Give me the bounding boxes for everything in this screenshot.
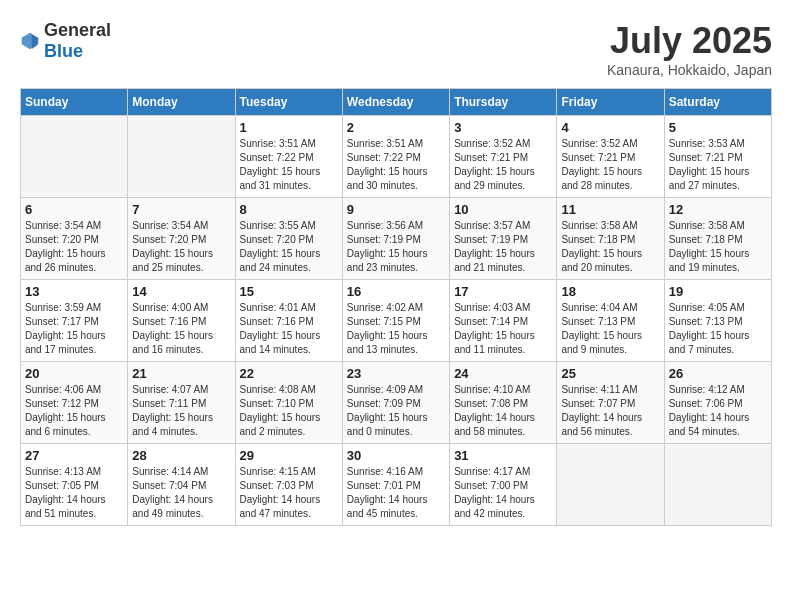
calendar-cell: 20Sunrise: 4:06 AMSunset: 7:12 PMDayligh… [21,362,128,444]
logo-text: General Blue [44,20,111,62]
page-header: General Blue July 2025 Kanaura, Hokkaido… [20,20,772,78]
calendar-cell: 8Sunrise: 3:55 AMSunset: 7:20 PMDaylight… [235,198,342,280]
day-number: 10 [454,202,552,217]
title-area: July 2025 Kanaura, Hokkaido, Japan [607,20,772,78]
day-number: 24 [454,366,552,381]
day-info: Sunrise: 4:00 AMSunset: 7:16 PMDaylight:… [132,301,230,357]
calendar-cell: 27Sunrise: 4:13 AMSunset: 7:05 PMDayligh… [21,444,128,526]
calendar-cell: 31Sunrise: 4:17 AMSunset: 7:00 PMDayligh… [450,444,557,526]
calendar-cell: 10Sunrise: 3:57 AMSunset: 7:19 PMDayligh… [450,198,557,280]
day-info: Sunrise: 4:13 AMSunset: 7:05 PMDaylight:… [25,465,123,521]
day-number: 1 [240,120,338,135]
day-number: 21 [132,366,230,381]
day-number: 22 [240,366,338,381]
day-number: 15 [240,284,338,299]
day-info: Sunrise: 4:07 AMSunset: 7:11 PMDaylight:… [132,383,230,439]
weekday-header: Sunday [21,89,128,116]
day-number: 28 [132,448,230,463]
day-info: Sunrise: 4:08 AMSunset: 7:10 PMDaylight:… [240,383,338,439]
day-number: 17 [454,284,552,299]
day-number: 9 [347,202,445,217]
weekday-header: Saturday [664,89,771,116]
calendar-cell: 9Sunrise: 3:56 AMSunset: 7:19 PMDaylight… [342,198,449,280]
calendar-cell: 24Sunrise: 4:10 AMSunset: 7:08 PMDayligh… [450,362,557,444]
day-info: Sunrise: 4:14 AMSunset: 7:04 PMDaylight:… [132,465,230,521]
calendar-cell: 23Sunrise: 4:09 AMSunset: 7:09 PMDayligh… [342,362,449,444]
day-number: 16 [347,284,445,299]
day-number: 7 [132,202,230,217]
calendar-cell: 15Sunrise: 4:01 AMSunset: 7:16 PMDayligh… [235,280,342,362]
day-info: Sunrise: 4:17 AMSunset: 7:00 PMDaylight:… [454,465,552,521]
calendar-table: SundayMondayTuesdayWednesdayThursdayFrid… [20,88,772,526]
calendar-cell: 26Sunrise: 4:12 AMSunset: 7:06 PMDayligh… [664,362,771,444]
calendar-cell: 3Sunrise: 3:52 AMSunset: 7:21 PMDaylight… [450,116,557,198]
day-info: Sunrise: 3:56 AMSunset: 7:19 PMDaylight:… [347,219,445,275]
svg-marker-1 [32,34,39,49]
day-info: Sunrise: 3:51 AMSunset: 7:22 PMDaylight:… [347,137,445,193]
day-number: 12 [669,202,767,217]
day-info: Sunrise: 4:12 AMSunset: 7:06 PMDaylight:… [669,383,767,439]
day-number: 27 [25,448,123,463]
calendar-cell [128,116,235,198]
day-info: Sunrise: 4:15 AMSunset: 7:03 PMDaylight:… [240,465,338,521]
day-info: Sunrise: 3:55 AMSunset: 7:20 PMDaylight:… [240,219,338,275]
day-number: 30 [347,448,445,463]
day-number: 11 [561,202,659,217]
day-number: 13 [25,284,123,299]
calendar-cell: 28Sunrise: 4:14 AMSunset: 7:04 PMDayligh… [128,444,235,526]
calendar-cell: 5Sunrise: 3:53 AMSunset: 7:21 PMDaylight… [664,116,771,198]
calendar-cell [21,116,128,198]
day-info: Sunrise: 4:02 AMSunset: 7:15 PMDaylight:… [347,301,445,357]
calendar-week-row: 20Sunrise: 4:06 AMSunset: 7:12 PMDayligh… [21,362,772,444]
day-number: 25 [561,366,659,381]
calendar-cell: 29Sunrise: 4:15 AMSunset: 7:03 PMDayligh… [235,444,342,526]
calendar-cell: 19Sunrise: 4:05 AMSunset: 7:13 PMDayligh… [664,280,771,362]
calendar-week-row: 13Sunrise: 3:59 AMSunset: 7:17 PMDayligh… [21,280,772,362]
logo-icon [20,31,40,51]
day-info: Sunrise: 4:03 AMSunset: 7:14 PMDaylight:… [454,301,552,357]
day-info: Sunrise: 3:57 AMSunset: 7:19 PMDaylight:… [454,219,552,275]
weekday-header: Wednesday [342,89,449,116]
day-number: 23 [347,366,445,381]
day-number: 5 [669,120,767,135]
day-number: 20 [25,366,123,381]
day-number: 14 [132,284,230,299]
calendar-cell: 17Sunrise: 4:03 AMSunset: 7:14 PMDayligh… [450,280,557,362]
day-info: Sunrise: 3:52 AMSunset: 7:21 PMDaylight:… [454,137,552,193]
day-info: Sunrise: 4:16 AMSunset: 7:01 PMDaylight:… [347,465,445,521]
calendar-cell: 11Sunrise: 3:58 AMSunset: 7:18 PMDayligh… [557,198,664,280]
day-info: Sunrise: 4:09 AMSunset: 7:09 PMDaylight:… [347,383,445,439]
calendar-cell [557,444,664,526]
day-number: 31 [454,448,552,463]
month-title: July 2025 [607,20,772,62]
calendar-week-row: 27Sunrise: 4:13 AMSunset: 7:05 PMDayligh… [21,444,772,526]
day-info: Sunrise: 3:54 AMSunset: 7:20 PMDaylight:… [132,219,230,275]
calendar-cell: 21Sunrise: 4:07 AMSunset: 7:11 PMDayligh… [128,362,235,444]
calendar-cell: 12Sunrise: 3:58 AMSunset: 7:18 PMDayligh… [664,198,771,280]
day-info: Sunrise: 4:01 AMSunset: 7:16 PMDaylight:… [240,301,338,357]
calendar-cell: 2Sunrise: 3:51 AMSunset: 7:22 PMDaylight… [342,116,449,198]
day-info: Sunrise: 3:58 AMSunset: 7:18 PMDaylight:… [669,219,767,275]
calendar-cell: 6Sunrise: 3:54 AMSunset: 7:20 PMDaylight… [21,198,128,280]
day-info: Sunrise: 3:52 AMSunset: 7:21 PMDaylight:… [561,137,659,193]
calendar-week-row: 1Sunrise: 3:51 AMSunset: 7:22 PMDaylight… [21,116,772,198]
day-info: Sunrise: 4:06 AMSunset: 7:12 PMDaylight:… [25,383,123,439]
day-number: 3 [454,120,552,135]
calendar-cell: 13Sunrise: 3:59 AMSunset: 7:17 PMDayligh… [21,280,128,362]
calendar-cell: 22Sunrise: 4:08 AMSunset: 7:10 PMDayligh… [235,362,342,444]
day-info: Sunrise: 3:58 AMSunset: 7:18 PMDaylight:… [561,219,659,275]
calendar-cell: 25Sunrise: 4:11 AMSunset: 7:07 PMDayligh… [557,362,664,444]
day-info: Sunrise: 3:59 AMSunset: 7:17 PMDaylight:… [25,301,123,357]
calendar-cell: 16Sunrise: 4:02 AMSunset: 7:15 PMDayligh… [342,280,449,362]
calendar-cell: 14Sunrise: 4:00 AMSunset: 7:16 PMDayligh… [128,280,235,362]
day-number: 4 [561,120,659,135]
weekday-header-row: SundayMondayTuesdayWednesdayThursdayFrid… [21,89,772,116]
day-number: 19 [669,284,767,299]
day-info: Sunrise: 4:04 AMSunset: 7:13 PMDaylight:… [561,301,659,357]
day-number: 2 [347,120,445,135]
weekday-header: Monday [128,89,235,116]
weekday-header: Tuesday [235,89,342,116]
day-number: 6 [25,202,123,217]
day-info: Sunrise: 4:05 AMSunset: 7:13 PMDaylight:… [669,301,767,357]
calendar-cell: 30Sunrise: 4:16 AMSunset: 7:01 PMDayligh… [342,444,449,526]
